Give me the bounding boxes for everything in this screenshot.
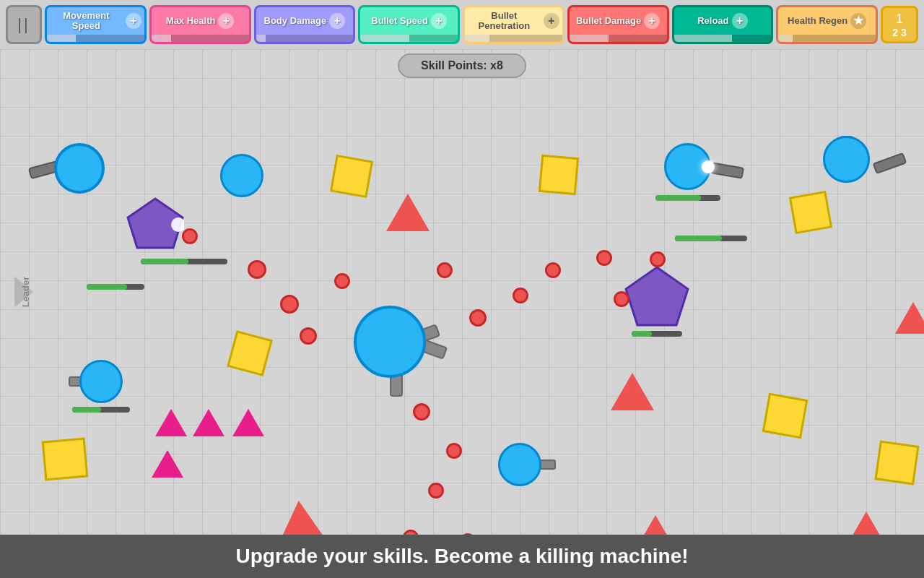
circle-12	[413, 403, 430, 420]
skill-maxhealth-plus[interactable]: +	[218, 13, 234, 29]
skill-bulletspd-plus[interactable]: +	[431, 13, 447, 29]
square-7	[42, 437, 89, 480]
circle-6	[469, 309, 487, 327]
circle-10	[650, 251, 666, 267]
skill-bulletspd[interactable]: Bullet Speed +	[358, 5, 460, 44]
circle-5	[437, 262, 453, 278]
circle-2	[280, 295, 299, 314]
skill-movement[interactable]: Movement Speed +	[45, 5, 147, 44]
pause-icon: ||	[17, 15, 30, 34]
skill-movement-label: Movement Speed +	[47, 7, 144, 35]
level-number: 2 3	[892, 27, 906, 38]
triangle-red-2	[611, 373, 654, 410]
bottom-bar: Upgrade your skills. Become a killing ma…	[0, 535, 924, 578]
tank-2	[220, 154, 263, 197]
leader-label: Leader	[20, 277, 31, 308]
square-1	[330, 155, 373, 198]
skill-reload-plus[interactable]: +	[732, 13, 748, 29]
tagline-text: Upgrade your skills. Become a killing ma…	[235, 545, 688, 568]
svg-marker-3	[626, 267, 688, 325]
healthbar-tr	[675, 236, 747, 241]
healthbar-player2	[87, 284, 144, 290]
circle-9	[596, 250, 612, 266]
triangle-red-6	[895, 302, 924, 334]
square-4	[227, 330, 273, 376]
circle-14	[428, 483, 444, 499]
triangle-pink-4	[152, 450, 183, 478]
square-2	[539, 155, 579, 195]
square-6	[874, 440, 919, 485]
square-3	[789, 191, 832, 234]
skill-bodydmg[interactable]: Body Damage +	[254, 5, 356, 44]
triangle-red-1	[386, 194, 430, 231]
tank-botleft	[79, 360, 123, 403]
skill-bulletspd-label: Bullet Speed +	[360, 7, 458, 35]
circle-1	[248, 260, 266, 279]
player-bullet	[182, 228, 198, 244]
skill-reload-label: Reload +	[674, 7, 772, 35]
tank-3	[664, 143, 711, 190]
skill-healthregen-plus[interactable]: ★	[850, 13, 866, 29]
skill-bodydmg-plus[interactable]: +	[329, 13, 345, 29]
skill-bulletpen-label: Bullet Penetration +	[465, 7, 562, 35]
skill-reload[interactable]: Reload +	[672, 5, 774, 44]
circle-7	[513, 288, 528, 303]
circle-11	[614, 291, 629, 307]
barrel-2	[710, 162, 744, 179]
tank-4	[823, 136, 870, 183]
main-player	[354, 306, 426, 378]
skill-bulletdmg[interactable]: Bullet Damage +	[567, 5, 669, 44]
square-5	[762, 393, 808, 439]
skill-points-bar: Skill Points: x8	[398, 53, 526, 78]
pentagon-1	[624, 266, 689, 332]
skill-points-label: Skill Points: x8	[421, 59, 503, 72]
skill-bodydmg-label: Body Damage +	[256, 7, 354, 35]
triangle-red-3	[634, 515, 677, 535]
triangle-red-5	[277, 499, 323, 535]
skill-bulletdmg-plus[interactable]: +	[644, 13, 660, 29]
triangle-pink-2	[193, 409, 225, 436]
triangle-red-4	[845, 512, 888, 535]
player-tank-body	[126, 197, 184, 258]
tank-bottom	[498, 443, 541, 486]
barrel-3	[873, 152, 907, 174]
level-star-icon: 1	[896, 12, 903, 27]
healthbar-3	[655, 195, 720, 201]
player-pentagon	[126, 197, 184, 255]
pause-button[interactable]: ||	[6, 5, 42, 44]
circle-8	[545, 262, 561, 278]
game-canvas: Leader	[0, 49, 924, 535]
skill-bulletpen-plus[interactable]: +	[544, 13, 559, 29]
circle-13	[446, 443, 462, 459]
triangle-pink-3	[232, 409, 264, 436]
skill-bulletpen[interactable]: Bullet Penetration +	[463, 5, 565, 44]
level-badge[interactable]: 1 2 3	[881, 6, 918, 43]
skill-maxhealth[interactable]: Max Health +	[149, 5, 251, 44]
tank-1	[54, 143, 105, 194]
healthbar-player	[141, 259, 227, 264]
top-bar: || Movement Speed + Max Health + Body Da…	[0, 0, 924, 49]
skill-healthregen[interactable]: Health Regen ★	[776, 5, 878, 44]
skill-bulletdmg-label: Bullet Damage +	[570, 7, 667, 35]
circle-16	[403, 530, 419, 535]
healthbar-botleft	[72, 407, 130, 413]
skill-movement-plus[interactable]: +	[126, 13, 141, 29]
circle-3	[300, 327, 317, 345]
circle-4	[334, 273, 350, 289]
skill-healthregen-label: Health Regen ★	[778, 7, 876, 35]
skill-maxhealth-label: Max Health +	[152, 7, 249, 35]
triangle-pink-1	[155, 409, 187, 436]
